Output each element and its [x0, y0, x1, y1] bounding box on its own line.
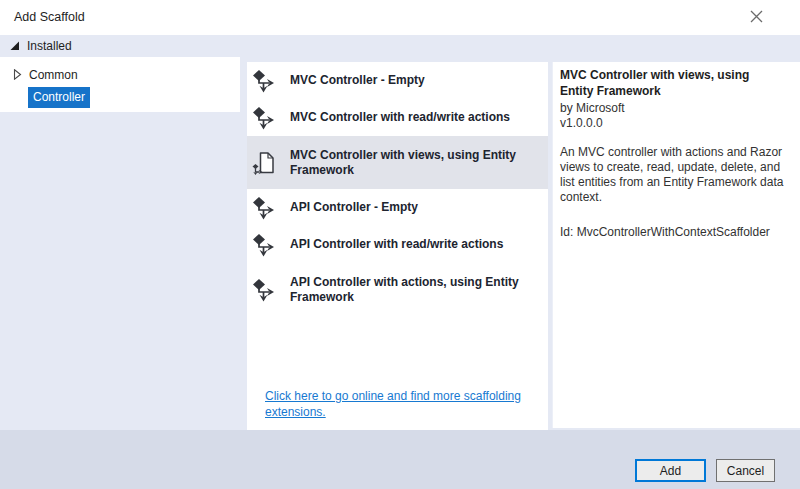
scaffold-item-title: MVC Controller with views, using Entity … [290, 148, 538, 178]
scaffold-item-title: API Controller - Empty [290, 200, 538, 215]
close-icon [750, 10, 763, 26]
dialog-footer: Add Cancel [0, 430, 800, 489]
list-item-mvc-readwrite[interactable]: MVC Controller with read/write actions [247, 99, 548, 136]
add-scaffold-dialog: Add Scaffold Installed Common Controller [0, 0, 800, 489]
flowchart-icon [252, 196, 276, 220]
details-id: Id: MvcControllerWithContextScaffolder [560, 225, 786, 240]
document-flowchart-icon [252, 151, 276, 175]
tree-item-controller[interactable]: Controller [28, 87, 90, 108]
flowchart-icon [252, 69, 276, 93]
installed-group-header[interactable]: Installed [0, 35, 800, 57]
title-bar: Add Scaffold [0, 0, 800, 35]
details-title: MVC Controller with views, using Entity … [560, 68, 786, 99]
find-more-extensions-link[interactable]: Click here to go online and find more sc… [265, 388, 539, 420]
list-item-api-readwrite[interactable]: API Controller with read/write actions [247, 226, 548, 263]
scaffold-item-title: MVC Controller with read/write actions [290, 110, 538, 125]
tree-item-label: Common [29, 68, 78, 82]
window-title: Add Scaffold [14, 0, 85, 35]
flowchart-icon [252, 106, 276, 130]
flowchart-icon [252, 233, 276, 257]
details-panel: MVC Controller with views, using Entity … [552, 62, 800, 428]
list-item-api-actions-ef[interactable]: API Controller with actions, using Entit… [247, 263, 548, 316]
chevron-right-icon [13, 69, 22, 80]
cancel-button[interactable]: Cancel [716, 459, 775, 482]
details-author: by Microsoft [560, 101, 786, 116]
scaffold-list: MVC Controller - Empty MVC Controller wi… [247, 62, 548, 430]
list-item-mvc-empty[interactable]: MVC Controller - Empty [247, 62, 548, 99]
scaffold-item-title: API Controller with actions, using Entit… [290, 275, 538, 305]
list-item-mvc-views-ef[interactable]: MVC Controller with views, using Entity … [247, 136, 548, 189]
scaffold-item-title: API Controller with read/write actions [290, 237, 538, 252]
flowchart-icon [252, 278, 276, 302]
category-tree: Common Controller [0, 57, 240, 112]
details-version: v1.0.0.0 [560, 116, 786, 131]
triangle-expanded-icon [10, 41, 20, 51]
details-description: An MVC controller with actions and Razor… [560, 145, 786, 205]
close-button[interactable] [744, 7, 768, 28]
list-item-api-empty[interactable]: API Controller - Empty [247, 189, 548, 226]
scaffold-item-title: MVC Controller - Empty [290, 73, 538, 88]
tree-item-common[interactable]: Common [0, 63, 240, 86]
installed-label: Installed [27, 39, 72, 53]
add-button[interactable]: Add [635, 459, 706, 482]
